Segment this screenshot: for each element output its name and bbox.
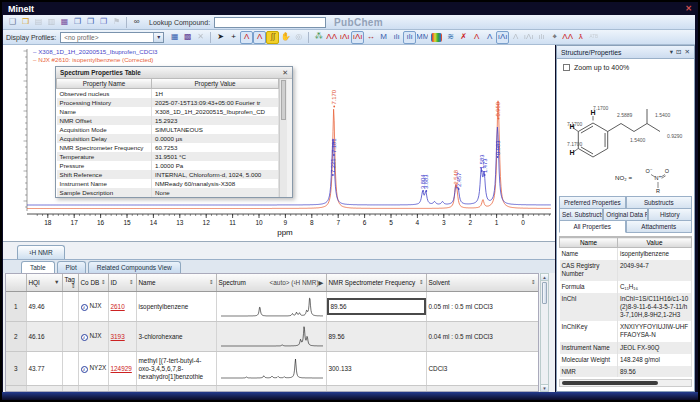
panel-pin-icon[interactable]: ⊡ — [676, 48, 681, 56]
zoom-400-checkbox[interactable] — [563, 64, 570, 71]
exclude-region-icon[interactable]: ✗ — [457, 31, 470, 44]
crosshair-icon[interactable]: + — [227, 31, 240, 44]
tab-all-properties[interactable]: All Properties — [559, 220, 626, 233]
property-row[interactable]: NMR Spectrometer89.56 — [560, 366, 692, 377]
comb-spectra-icon[interactable]: MM — [416, 31, 429, 44]
props-col-value[interactable]: Value — [618, 238, 692, 248]
popup-property-row[interactable]: NMR Spectrometer Frequency60.7253 — [57, 143, 279, 152]
property-row[interactable]: Nameisopentylbenzene — [560, 248, 692, 261]
popup-property-row[interactable]: Instrument NameNMReady 60/nanalysis-X308 — [57, 179, 279, 188]
popup-header[interactable]: Spectrum Properties Table ✕ — [56, 67, 292, 79]
panel-close-icon[interactable]: ✕ — [685, 48, 690, 56]
popup-property-row[interactable]: Temperature31.9501 °C — [57, 152, 279, 161]
popup-col-property-value[interactable]: Property Value — [152, 79, 279, 89]
search-binoculars-icon[interactable]: ∞ — [130, 16, 143, 29]
col-hqi[interactable]: HQI▼ — [26, 274, 62, 292]
integral-icon[interactable]: ∫∫ — [266, 31, 279, 44]
zoom-mode-icon[interactable]: ◎ — [292, 31, 305, 44]
popup-property-row[interactable]: Processing History2025-07-15T13:09:43+05… — [57, 98, 279, 107]
spectrum-plot-area[interactable]: 1817161514131211109876543210ppm7.2217.18… — [3, 45, 555, 242]
popup-property-row[interactable]: Shift ReferenceINTERNAL, Chloroform-d, 1… — [57, 170, 279, 179]
id-link[interactable]: 3193 — [111, 333, 125, 340]
peak-pick-icon[interactable]: Λ — [240, 31, 253, 44]
popup-property-row[interactable]: Observed nucleus1H — [57, 89, 279, 99]
export-icon[interactable]: ▥ — [45, 16, 58, 29]
popup-property-row[interactable]: Sample DescriptionNone — [57, 188, 279, 197]
display-profile-select[interactable]: <no profile> ▾ — [60, 32, 164, 43]
histogram-icon[interactable]: ılı — [390, 31, 403, 44]
popup-property-row[interactable]: NMR Offset15.2923 — [57, 116, 279, 125]
cluster-analysis-icon[interactable]: ⁂ — [312, 31, 325, 44]
chevron-down-icon[interactable]: ▾ — [153, 33, 163, 42]
col-name[interactable]: Name⇕ — [136, 274, 216, 292]
layout-grid-icon[interactable]: ▦ — [168, 31, 181, 44]
tab-plot[interactable]: Plot — [57, 261, 86, 273]
panel-hscrollbar[interactable] — [559, 379, 692, 387]
process2-disabled-icon[interactable]: ıΛı — [522, 31, 535, 44]
window-close-button[interactable]: ✕ — [685, 4, 692, 13]
popup-close-icon[interactable]: ✕ — [282, 69, 288, 77]
tab-attachments[interactable]: Attachments — [626, 220, 693, 233]
results-table-scrollbar[interactable]: ▲ ▼ — [540, 273, 549, 392]
popup-property-row[interactable]: Acquisition ModeSIMULTANEOUS — [57, 125, 279, 134]
pointer-icon[interactable]: ➤ — [214, 31, 227, 44]
id-link[interactable]: 124929 — [111, 365, 132, 372]
peaks-red-alt-icon[interactable]: ıΛı — [338, 31, 351, 44]
info-icon[interactable]: i — [81, 304, 88, 311]
panel-menu-icon[interactable]: ▾ — [670, 48, 673, 56]
layout-setup-icon[interactable]: ▩ — [181, 31, 194, 44]
tab-related-compounds-view[interactable]: Related Compounds View — [88, 261, 181, 273]
col-spectrum[interactable]: Spectrum<auto> (¹H NMR)▶ — [216, 274, 326, 292]
table-row[interactable]: 246.16iNJX31933-chlorohexane89.560.04 ml… — [6, 322, 538, 352]
active-spectrum-icon[interactable]: ıΛı — [496, 31, 509, 44]
stack-plot-icon[interactable]: M — [377, 31, 390, 44]
annotate-peak-icon[interactable]: ⌖ — [548, 31, 561, 44]
lookup-compound-input[interactable] — [214, 17, 326, 28]
popup-property-row[interactable]: Acquisition Delay0.0000 µs — [57, 134, 279, 143]
colormap-icon[interactable] — [431, 33, 442, 42]
col-solvent[interactable]: Solvent⇕ — [426, 274, 538, 292]
col-nmr-frequency[interactable]: NMR Spectrometer Frequency⇕ — [326, 274, 426, 292]
property-row[interactable]: CAS Registry Number2049-94-7 — [560, 260, 692, 280]
table-row[interactable]: 149.46iNJX2610isopentylbenzene89.560.05 … — [6, 292, 538, 322]
pan-hand-icon[interactable]: ✋ — [279, 31, 292, 44]
tab-1h-nmr[interactable]: ¹H NMR — [17, 245, 65, 259]
histogram-select-icon[interactable]: ılı — [403, 31, 416, 44]
info-icon[interactable]: i — [81, 334, 88, 341]
popup-property-row[interactable]: NameX308_1D_1H_20200515_Ibuprofen_CD — [57, 107, 279, 116]
clear-layout-icon[interactable]: ✕ — [194, 31, 207, 44]
property-row[interactable]: Molecular Weight148.248 g/mol — [560, 354, 692, 366]
peaks-select-icon[interactable]: ıΛı — [351, 31, 364, 44]
col-co-db[interactable]: Co DB⇕ — [78, 274, 108, 292]
copy-image-icon[interactable]: ▦ — [58, 16, 71, 29]
copy-table-icon[interactable]: ❐ — [84, 16, 97, 29]
reference-set-icon[interactable]: ƛ — [574, 31, 587, 44]
new-document-icon[interactable]: ❑ — [6, 16, 19, 29]
tab-table[interactable]: Table — [21, 261, 55, 273]
popup-scrollbar[interactable] — [279, 79, 287, 197]
atb-icon[interactable]: ATB — [587, 31, 600, 44]
property-row[interactable]: Instrument NameJEOL FX-90Q — [560, 342, 692, 354]
col-id[interactable]: ID⇕ — [108, 274, 136, 292]
subtract-spectrum-icon[interactable]: Λ — [470, 31, 483, 44]
fit-width-icon[interactable]: ↔ — [364, 31, 377, 44]
popup-property-row[interactable]: Pressure1.0000 Pa — [57, 161, 279, 170]
property-row[interactable]: InChIInChI=1S/C11H16/c1-10(2)8-9-11-6-4-… — [560, 293, 692, 322]
property-row[interactable]: InChIKeyXNXIYYFOYIUJIW-UHFFFAOYSA-N — [560, 321, 692, 341]
popup-col-property-name[interactable]: Property Name — [57, 79, 152, 89]
id-link[interactable]: 2610 — [111, 303, 125, 310]
flag-icon[interactable]: ⚑ — [110, 16, 123, 29]
contour-icon[interactable]: ≋ — [444, 31, 457, 44]
props-col-name[interactable]: Name — [560, 238, 618, 248]
peaks-red-icon[interactable]: ΛΛ — [325, 31, 338, 44]
col-tag[interactable]: Tag⇕ — [62, 274, 78, 292]
add-spectrum-icon[interactable]: Λ — [483, 31, 496, 44]
copy-all-icon[interactable]: ❐ — [97, 16, 110, 29]
reference-peaks-icon[interactable]: ΛΛ — [561, 31, 574, 44]
property-row[interactable]: FormulaC₁₁H₁₆ — [560, 281, 692, 293]
copy-spectrum-icon[interactable]: ❐ — [71, 16, 84, 29]
process3-disabled-icon[interactable]: ılı — [535, 31, 548, 44]
import-icon[interactable]: ▤ — [32, 16, 45, 29]
open-file-icon[interactable]: ❒ — [19, 16, 32, 29]
process-disabled-icon[interactable]: Λ — [509, 31, 522, 44]
